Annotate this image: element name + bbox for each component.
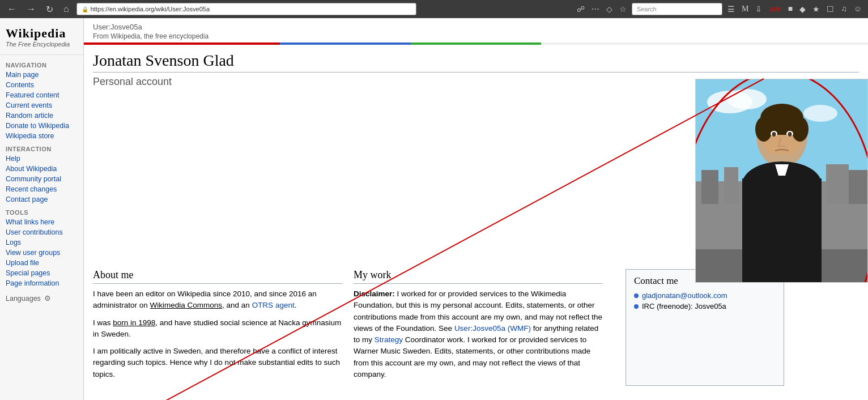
sidebar-item-donate[interactable]: Donate to Wikipedia — [0, 121, 83, 131]
more-tools-icon[interactable]: ⋯ — [590, 3, 601, 15]
wmf-user-link[interactable]: User:Josve05a (WMF) — [454, 324, 531, 333]
languages-label: Languages — [6, 295, 41, 303]
wikipedia-logo-title: Wikipedia — [6, 27, 78, 40]
article-title: Jonatan Svenson Glad — [93, 52, 859, 73]
forward-button[interactable]: → — [24, 3, 39, 15]
tools-section: Tools What links here User contributions… — [0, 207, 83, 288]
disclaimer-label: Disclaimer: — [354, 290, 395, 298]
wikimedia-commons-link[interactable]: Wikimedia Commons — [150, 301, 223, 309]
browser-chrome: ← → ↻ ⌂ 🔒 https://en.wikipedia.org/wiki/… — [0, 0, 868, 18]
extension-icon1[interactable]: ■ — [786, 3, 794, 15]
gear-icon[interactable]: ⚙ — [44, 294, 51, 303]
contact-email-item: gladjonatan@outlook.com — [634, 291, 776, 300]
sidebar-item-page-info[interactable]: Page information — [0, 278, 83, 288]
main-content: User:Josve05a From Wikipedia, the free e… — [84, 18, 868, 400]
sidebar-item-community[interactable]: Community portal — [0, 174, 83, 184]
sidebar-item-main-page[interactable]: Main page — [0, 70, 83, 80]
browser-search-bar[interactable]: Search — [632, 3, 722, 15]
extension-icon3[interactable]: ★ — [811, 3, 822, 15]
sidebar-item-user-contributions[interactable]: User contributions — [0, 227, 83, 237]
reload-button[interactable]: ↻ — [43, 3, 56, 16]
work-paragraph: Disclaimer: I worked for or provided ser… — [354, 288, 603, 380]
svg-rect-6 — [724, 167, 738, 204]
about-column: About me I have been an editor on Wikipe… — [93, 269, 354, 386]
about-paragraph-2: I was born in 1998, and have studied soc… — [93, 317, 342, 341]
interaction-section: Interaction Help About Wikipedia Communi… — [0, 143, 83, 205]
svg-point-23 — [788, 132, 792, 137]
sidebar-item-logs[interactable]: Logs — [0, 237, 83, 248]
sidebar-item-view-groups[interactable]: View user groups — [0, 248, 83, 258]
work-heading: My work — [354, 269, 603, 284]
profile-photo — [696, 79, 867, 282]
reader-view-icon[interactable]: ☍ — [575, 3, 586, 15]
extension-icon5[interactable]: ♫ — [839, 3, 849, 15]
svg-rect-5 — [701, 170, 718, 204]
interaction-section-title: Interaction — [0, 143, 83, 154]
pocket-save-icon[interactable]: M — [740, 3, 750, 15]
svg-point-2 — [727, 89, 767, 109]
svg-point-3 — [803, 105, 837, 122]
work-column: My work Disclaimer: I worked for or prov… — [354, 269, 614, 386]
sidebar-logo: Wikipedia The Free Encyclopedia — [0, 23, 83, 55]
sidebar-item-what-links[interactable]: What links here — [0, 217, 83, 227]
extension-icon2[interactable]: ◆ — [798, 3, 807, 15]
svg-point-22 — [772, 132, 776, 137]
email-link[interactable]: gladjonatan@outlook.com — [642, 291, 727, 300]
page-wrapper: Wikipedia The Free Encyclopedia Navigati… — [0, 18, 868, 400]
pocket-icon[interactable]: ◇ — [605, 3, 614, 15]
sidebar-item-random[interactable]: Random article — [0, 110, 83, 121]
page-header: User:Josve05a From Wikipedia, the free e… — [84, 18, 868, 45]
extension-icon4[interactable]: ☐ — [825, 3, 836, 15]
sidebar-item-upload[interactable]: Upload file — [0, 258, 83, 268]
contact-bullet-email — [634, 293, 639, 298]
profile-image-container — [695, 79, 868, 283]
wikipedia-logo-subtitle: The Free Encyclopedia — [6, 41, 78, 48]
svg-rect-8 — [849, 170, 867, 204]
home-button[interactable]: ⌂ — [61, 3, 72, 15]
contact-bullet-irc — [634, 304, 639, 309]
lock-icon: 🔒 — [82, 6, 88, 12]
sidebar-item-help[interactable]: Help — [0, 154, 83, 164]
otrs-agent-link[interactable]: OTRS agent — [252, 301, 295, 309]
address-bar[interactable]: 🔒 https://en.wikipedia.org/wiki/User:Jos… — [76, 3, 416, 15]
about-paragraph-1: I have been an editor on Wikipedia since… — [93, 288, 342, 312]
back-button[interactable]: ← — [5, 3, 19, 15]
extension-icon6[interactable]: ☺ — [852, 3, 863, 15]
svg-rect-7 — [826, 164, 849, 204]
page-from-text: From Wikipedia, the free encyclopedia — [93, 32, 859, 40]
strategy-link[interactable]: Strategy — [375, 335, 403, 344]
sidebar-item-recent-changes[interactable]: Recent changes — [0, 184, 83, 194]
about-heading: About me — [93, 269, 342, 284]
irc-text: IRC (freenode): Josve05a — [642, 302, 726, 310]
browser-right-tools: ☍ ⋯ ◇ ☆ Search ☰ M ⇩ ABP ■ ◆ ★ ☐ ♫ ☺ — [575, 3, 863, 15]
svg-rect-18 — [742, 178, 822, 282]
contact-box: Contact me gladjonatan@outlook.com IRC (… — [626, 269, 784, 386]
adblock-icon[interactable]: ABP — [767, 5, 782, 14]
page-title: User:Josve05a — [93, 23, 859, 31]
sidebar-item-about[interactable]: About Wikipedia — [0, 164, 83, 174]
sidebar-item-contact[interactable]: Contact page — [0, 194, 83, 205]
download-icon[interactable]: ⇩ — [754, 3, 764, 15]
sidebar-item-current-events[interactable]: Current events — [0, 100, 83, 110]
navigation-section: Navigation Main page Contents Featured c… — [0, 59, 83, 141]
contact-irc-item: IRC (freenode): Josve05a — [634, 302, 776, 310]
url-text: https://en.wikipedia.org/wiki/User:Josve… — [91, 6, 210, 12]
sidebar-item-special[interactable]: Special pages — [0, 268, 83, 278]
sidebar-item-contents[interactable]: Contents — [0, 80, 83, 90]
tools-section-title: Tools — [0, 207, 83, 217]
sidebar-item-store[interactable]: Wikipedia store — [0, 131, 83, 141]
about-paragraph-3: I am politically active in Sweden, and t… — [93, 346, 342, 380]
bookmark-icon[interactable]: ☆ — [618, 3, 628, 15]
search-placeholder: Search — [637, 6, 657, 12]
born-1998-text: born in 1998 — [113, 318, 155, 327]
library-icon[interactable]: ☰ — [726, 3, 737, 15]
navigation-section-title: Navigation — [0, 59, 83, 70]
languages-section: Languages ⚙ — [0, 291, 83, 306]
article-body: Jonatan Svenson Glad Personal account Ab… — [84, 45, 868, 395]
content-area: About me I have been an editor on Wikipe… — [93, 269, 859, 386]
sidebar: Wikipedia The Free Encyclopedia Navigati… — [0, 18, 84, 400]
sidebar-item-featured[interactable]: Featured content — [0, 90, 83, 100]
